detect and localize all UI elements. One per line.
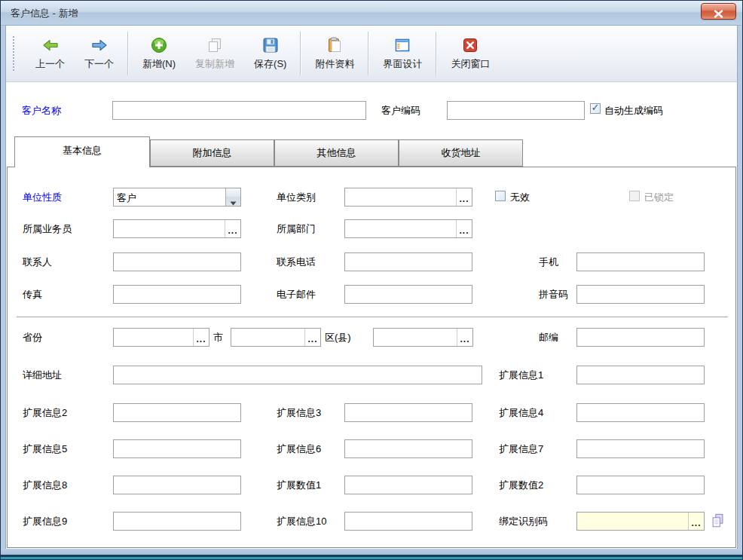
province-input[interactable] — [114, 329, 193, 346]
fax-input[interactable] — [113, 285, 241, 304]
locked-label: 已锁定 — [644, 191, 674, 203]
unit-category-field[interactable]: ... — [344, 188, 472, 207]
customer-name-input[interactable] — [112, 101, 366, 120]
binding-code-label: 绑定识别码 — [499, 516, 548, 528]
district-field[interactable]: ... — [373, 328, 473, 347]
address-input[interactable] — [113, 366, 482, 384]
zipcode-label: 邮编 — [539, 332, 558, 344]
district-label: 区(县) — [325, 332, 351, 344]
department-label: 所属部门 — [277, 223, 316, 235]
invalid-checkbox[interactable] — [495, 191, 506, 201]
tab-basic-info[interactable]: 基本信息 — [14, 136, 150, 167]
phone-label: 联系电话 — [277, 256, 316, 268]
province-label: 省份 — [23, 332, 42, 344]
unit-nature-value: 客户 — [114, 188, 225, 206]
toolbar-button-new[interactable]: 新增(N) — [133, 33, 185, 74]
ui-design-icon — [393, 36, 411, 54]
ext7-input[interactable] — [576, 439, 705, 458]
district-input[interactable] — [374, 329, 457, 346]
pinyin-input[interactable] — [576, 285, 705, 304]
ext2-input[interactable] — [113, 403, 241, 422]
phone-input[interactable] — [344, 252, 472, 271]
auto-code-checkbox[interactable]: ✓ — [590, 103, 601, 114]
toolbar-button-label: 保存(S) — [254, 57, 286, 71]
binding-code-lookup-button[interactable]: ... — [688, 513, 704, 530]
ext8-input[interactable] — [113, 476, 241, 494]
invalid-label: 无效 — [510, 191, 530, 203]
toolbar-separator — [368, 32, 369, 75]
contact-input[interactable] — [113, 252, 241, 271]
address-label: 详细地址 — [23, 369, 62, 381]
toolbar-separator — [300, 32, 301, 75]
ext9-input[interactable] — [113, 512, 241, 531]
toolbar-gripper[interactable] — [12, 35, 15, 72]
tab-shipping-address[interactable]: 收货地址 — [399, 139, 523, 167]
ext10-label: 扩展信息10 — [277, 516, 326, 528]
tab-other-info[interactable]: 其他信息 — [274, 139, 399, 167]
titlebar-close-button[interactable] — [701, 3, 736, 20]
toolbar-button-copy-new: 复制新增 — [185, 33, 244, 74]
close-icon — [713, 8, 724, 16]
unit-category-label: 单位类别 — [277, 191, 316, 203]
auto-code-label: 自动生成编码 — [604, 105, 663, 117]
locked-checkbox — [629, 191, 640, 201]
salesman-label: 所属业务员 — [23, 223, 72, 235]
city-lookup-button[interactable]: ... — [304, 329, 320, 346]
binding-code-input[interactable] — [577, 513, 688, 530]
department-field[interactable]: ... — [344, 219, 472, 238]
ext3-input[interactable] — [344, 403, 472, 422]
customer-code-input[interactable] — [447, 101, 585, 120]
salesman-input[interactable] — [114, 220, 225, 237]
toolbar-button-close-window[interactable]: 关闭窗口 — [441, 33, 500, 74]
city-field[interactable]: ... — [231, 328, 321, 347]
unit-nature-dropdown-button[interactable] — [225, 188, 240, 206]
num1-label: 扩展数值1 — [277, 479, 321, 491]
num1-input[interactable] — [344, 476, 472, 494]
province-field[interactable]: ... — [113, 328, 209, 347]
ext5-input[interactable] — [113, 439, 241, 458]
salesman-lookup-button[interactable]: ... — [225, 220, 240, 237]
ext8-label: 扩展信息8 — [23, 479, 67, 491]
city-input[interactable] — [231, 329, 304, 346]
ext4-label: 扩展信息4 — [499, 407, 543, 419]
pinyin-label: 拼音码 — [539, 289, 568, 301]
ext10-input[interactable] — [344, 512, 472, 531]
department-input[interactable] — [345, 220, 456, 237]
toolbar-button-label: 下一个 — [84, 57, 114, 71]
arrow-left-icon — [41, 36, 60, 54]
toolbar-button-next[interactable]: 下一个 — [75, 33, 124, 74]
clipboard-icon — [326, 36, 344, 54]
window-title: 客户信息 - 新增 — [11, 7, 78, 20]
titlebar[interactable]: 客户信息 - 新增 — [1, 1, 742, 26]
district-lookup-button[interactable]: ... — [457, 329, 472, 346]
salesman-field[interactable]: ... — [113, 219, 241, 238]
mobile-input[interactable] — [576, 252, 705, 271]
ext1-input[interactable] — [576, 366, 705, 384]
email-input[interactable] — [344, 285, 472, 304]
unit-nature-label: 单位性质 — [23, 191, 62, 203]
toolbar-button-ui-design[interactable]: 界面设计 — [373, 33, 432, 74]
window-bottom-frame — [1, 549, 742, 559]
unit-nature-select[interactable]: 客户 — [113, 188, 241, 207]
province-lookup-button[interactable]: ... — [193, 329, 209, 346]
num2-input[interactable] — [576, 476, 705, 494]
contact-label: 联系人 — [23, 256, 52, 268]
department-lookup-button[interactable]: ... — [456, 220, 472, 237]
unit-category-lookup-button[interactable]: ... — [456, 188, 472, 206]
binding-code-field[interactable]: ... — [576, 512, 705, 531]
ext9-label: 扩展信息9 — [23, 516, 67, 528]
toolbar-button-previous[interactable]: 上一个 — [26, 33, 75, 74]
ext6-label: 扩展信息6 — [277, 443, 321, 455]
toolbar-button-label: 关闭窗口 — [451, 57, 490, 71]
tab-additional-info[interactable]: 附加信息 — [150, 139, 274, 167]
toolbar-button-attachments[interactable]: 附件资料 — [305, 33, 364, 74]
copy-pages-icon[interactable] — [710, 513, 726, 529]
toolbar-button-save[interactable]: 保存(S) — [244, 33, 296, 74]
zipcode-input[interactable] — [576, 328, 705, 347]
ext4-input[interactable] — [576, 403, 705, 422]
toolbar-button-label: 复制新增 — [195, 57, 234, 71]
ext1-label: 扩展信息1 — [499, 369, 543, 381]
unit-category-input[interactable] — [345, 188, 456, 206]
ext6-input[interactable] — [344, 439, 472, 458]
section-divider — [17, 317, 728, 317]
